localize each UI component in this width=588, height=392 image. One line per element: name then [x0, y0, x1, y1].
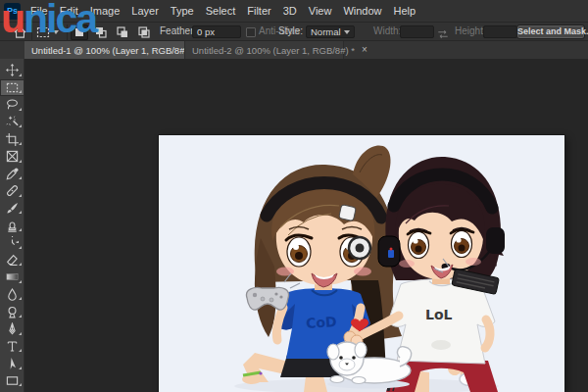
- document-canvas[interactable]: CoD: [159, 135, 564, 392]
- swap-width-height-icon[interactable]: [437, 26, 449, 44]
- photoshop-window: Ps File Edit Image Layer Type Select Fil…: [0, 0, 588, 392]
- width-input[interactable]: [400, 25, 434, 38]
- width-label: Width:: [373, 23, 401, 40]
- tool-crop[interactable]: [0, 130, 24, 148]
- tool-eyedropper[interactable]: [0, 166, 24, 183]
- headphone-adjuster: [339, 205, 357, 221]
- tool-gradient[interactable]: [0, 269, 24, 286]
- tab-title: Untitled-2 @ 100% (Layer 1, RGB/8#) *: [192, 45, 355, 56]
- subtract-from-selection-button[interactable]: [114, 24, 131, 40]
- style-dropdown[interactable]: Normal: [306, 25, 355, 38]
- pasteboard: CoD: [24, 59, 588, 392]
- tool-dodge[interactable]: [0, 303, 24, 320]
- girl-shirt-text: CoD: [306, 314, 338, 331]
- tab-untitled-1[interactable]: Untitled-1 @ 100% (Layer 1, RGB/8#) * ×: [24, 41, 184, 59]
- document-tab-bar: Untitled-1 @ 100% (Layer 1, RGB/8#) * × …: [0, 41, 588, 59]
- watermark-letter-u: u: [1, 0, 24, 41]
- add-to-selection-icon: [94, 25, 108, 39]
- height-label: Height:: [455, 23, 486, 40]
- watermark-letters-nica: nica: [24, 0, 96, 41]
- girl-character: CoD: [242, 146, 402, 392]
- tool-type[interactable]: [0, 338, 24, 356]
- tools-panel: [0, 59, 24, 392]
- tool-frame[interactable]: [0, 148, 24, 166]
- tool-magic-wand[interactable]: [0, 114, 24, 131]
- tab-title: Untitled-1 @ 100% (Layer 1, RGB/8#) *: [31, 45, 194, 56]
- menu-filter[interactable]: Filter: [241, 0, 276, 22]
- style-value: Normal: [311, 26, 341, 37]
- artwork-chibi-couple: CoD: [159, 135, 564, 392]
- subtract-from-selection-icon: [116, 25, 129, 39]
- boy-shirt-text: LoL: [425, 307, 453, 322]
- height-input[interactable]: [483, 25, 517, 38]
- menu-view[interactable]: View: [303, 0, 338, 22]
- intersect-selection-button[interactable]: [135, 24, 153, 40]
- tool-clone-stamp[interactable]: [0, 217, 24, 234]
- tool-move[interactable]: [0, 62, 24, 79]
- tool-pen[interactable]: [0, 320, 24, 338]
- menu-select[interactable]: Select: [200, 0, 242, 22]
- close-icon[interactable]: ×: [362, 45, 368, 55]
- anti-alias-checkbox[interactable]: [246, 27, 256, 37]
- tool-brush[interactable]: [0, 200, 24, 218]
- menu-layer[interactable]: Layer: [125, 0, 165, 22]
- select-and-mask-button[interactable]: Select and Mask...: [516, 24, 585, 39]
- unica-watermark-logo: unica: [1, 0, 96, 42]
- menu-window[interactable]: Window: [337, 0, 387, 22]
- tool-lasso[interactable]: [0, 96, 24, 114]
- tool-rectangle[interactable]: [0, 372, 24, 390]
- menu-3d[interactable]: 3D: [277, 0, 303, 22]
- style-label: Style:: [278, 23, 303, 40]
- tool-history-brush[interactable]: [0, 234, 24, 252]
- tool-eraser[interactable]: [0, 252, 24, 270]
- tool-rectangular-marquee[interactable]: [0, 79, 24, 97]
- intersect-selection-icon: [137, 25, 151, 39]
- menu-type[interactable]: Type: [165, 0, 200, 22]
- menu-help[interactable]: Help: [388, 0, 422, 22]
- tab-untitled-2[interactable]: Untitled-2 @ 100% (Layer 1, RGB/8#) * ×: [184, 41, 344, 59]
- tool-blur[interactable]: [0, 286, 24, 304]
- feather-label: Feather:: [160, 23, 196, 40]
- tool-path-selection[interactable]: [0, 355, 24, 372]
- feather-input[interactable]: 0 px: [192, 25, 241, 38]
- tool-spot-healing-brush[interactable]: [0, 182, 24, 200]
- chevron-down-icon: [344, 30, 350, 34]
